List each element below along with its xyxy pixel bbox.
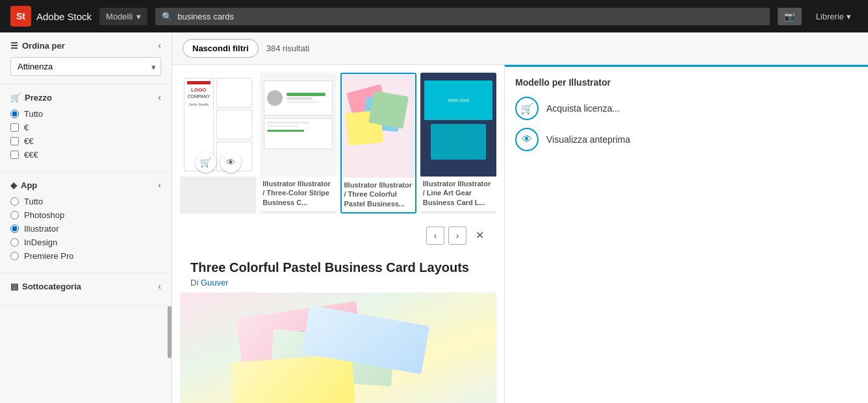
chevron-down-icon: ▾	[847, 12, 851, 21]
search-input[interactable]	[177, 12, 763, 21]
app-radio-indesign[interactable]	[10, 238, 19, 247]
content-area: Nascondi filtri 384 risultati LOGO	[172, 32, 868, 403]
thumb-caption-4: Illustrator Illustrator / Line Art Gear …	[420, 177, 496, 211]
header: St Adobe Stock Modelli ▾ 🔍 📷 Librerie ▾	[0, 0, 868, 32]
price-title: 🛒 Prezzo	[10, 93, 52, 103]
price-label-1: €	[24, 123, 29, 132]
add-to-cart-button-1[interactable]: 🛒	[196, 152, 216, 173]
subcategory-title: ▤ Sottocategoria	[10, 282, 81, 291]
sidebar-scrollbar-track	[168, 306, 172, 319]
search-bar: 🔍	[155, 8, 769, 25]
filter-bar: Nascondi filtri 384 risultati	[172, 32, 868, 65]
app-title: ◈ App	[10, 180, 37, 190]
price-option-1: €	[10, 123, 161, 132]
app-option-all: Tutto	[10, 197, 161, 206]
subcategory-icon: ▤	[10, 282, 18, 291]
cart-icon: 🛒	[515, 97, 539, 120]
thumbnail-item-3[interactable]: Illustrator Illustrator / Three Colorful…	[340, 73, 416, 214]
thumb-type-3: Illustrator	[344, 181, 377, 189]
price-header: 🛒 Prezzo ‹	[10, 92, 161, 103]
subcategory-header: ▤ Sottocategoria ‹	[10, 281, 161, 291]
adobe-stock-logo: St	[10, 6, 31, 27]
app-option-premiere: Premiere Pro	[10, 251, 161, 261]
app-section: ◈ App ‹ Tutto Photoshop Illustrator InDe…	[0, 172, 172, 273]
detail-app-label: Modello per Illustrator	[515, 77, 858, 88]
app-header: ◈ App ‹	[10, 180, 161, 190]
eye-icon: 👁	[515, 128, 539, 151]
navigation-arrows: ‹ › ✕	[180, 224, 496, 250]
thumb-caption-2: Illustrator Illustrator / Three-Color St…	[260, 177, 336, 211]
detail-title: Three Colorful Pastel Business Card Layo…	[190, 260, 486, 275]
price-radio-all[interactable]	[10, 110, 19, 118]
hide-filters-button[interactable]: Nascondi filtri	[183, 39, 259, 58]
app-radio-illustrator[interactable]	[10, 225, 19, 233]
detail-actions: Modello per Illustrator 🛒 Acquista licen…	[505, 65, 868, 169]
app-radio-photoshop[interactable]	[10, 211, 19, 219]
thumbnail-item-1[interactable]: LOGO COMPANY John Smith	[180, 73, 256, 214]
thumbnails-panel: LOGO COMPANY John Smith	[172, 65, 504, 403]
thumbnail-grid: LOGO COMPANY John Smith	[180, 73, 496, 214]
sort-section: ☰ Ordina per ‹ Attinenza	[0, 32, 172, 84]
sidebar-scrollbar-thumb[interactable]	[168, 306, 172, 358]
author-prefix: Di	[190, 278, 198, 287]
chevron-down-icon: ▾	[136, 12, 141, 21]
price-label-all: Tutto	[24, 109, 43, 119]
bc-preview-3	[343, 79, 413, 173]
thumbnail-item-4[interactable]: John Doe Illustrator Illustrator / Line …	[420, 73, 496, 214]
bc-preview-2	[264, 80, 333, 169]
price-checkbox-1[interactable]	[10, 123, 19, 132]
model-label: Modelli	[106, 12, 133, 21]
thumbnail-item-2[interactable]: Illustrator Illustrator / Three-Color St…	[260, 73, 336, 214]
app-label-premiere: Premiere Pro	[24, 251, 74, 261]
thumb-image-2	[260, 73, 336, 177]
price-checkbox-3[interactable]	[10, 151, 19, 159]
app-option-indesign: InDesign	[10, 238, 161, 247]
sort-dropdown[interactable]: Attinenza	[10, 57, 161, 76]
app-radio-premiere[interactable]	[10, 252, 19, 260]
app-label-illustrator: Illustrator	[24, 224, 58, 234]
price-icon: 🛒	[10, 93, 21, 103]
camera-icon: 📷	[784, 12, 795, 21]
thumb-image-4: John Doe	[420, 73, 496, 177]
detail-image-content: Marry Smith	[227, 303, 449, 403]
subcategory-collapse-btn[interactable]: ‹	[158, 281, 161, 291]
action-label-preview: Visualizza anteprima	[546, 134, 630, 145]
library-label: Librerie	[816, 12, 844, 21]
logo-area: St Adobe Stock	[10, 6, 92, 27]
price-checkbox-2[interactable]	[10, 137, 19, 145]
thumb-type-4: Illustrator	[423, 180, 456, 188]
app-label-photoshop: Photoshop	[24, 210, 64, 220]
price-option-2: €€	[10, 136, 161, 146]
detail-author: Di Guuver	[190, 278, 486, 287]
app-collapse-btn[interactable]: ‹	[158, 180, 161, 190]
main-layout: ☰ Ordina per ‹ Attinenza 🛒 Prezzo ‹	[0, 32, 868, 403]
action-item-purchase: 🛒 Acquista licenza...	[515, 97, 858, 120]
sort-icon: ☰	[10, 41, 18, 51]
author-link[interactable]: Guuver	[201, 278, 229, 287]
price-collapse-btn[interactable]: ‹	[158, 92, 161, 103]
thumb-type-2: Illustrator	[262, 180, 296, 188]
search-icon: 🔍	[162, 12, 172, 21]
model-dropdown[interactable]: Modelli ▾	[99, 8, 147, 25]
price-option-all: Tutto	[10, 109, 161, 119]
app-radio-all[interactable]	[10, 197, 19, 206]
camera-button[interactable]: 📷	[778, 8, 802, 25]
price-label-3: €€€	[24, 150, 38, 160]
thumb-image-3	[342, 74, 415, 178]
prev-arrow-button[interactable]: ‹	[426, 226, 444, 245]
subcategory-section: ▤ Sottocategoria ‹	[0, 273, 172, 306]
preview-button-1[interactable]: 👁	[220, 152, 241, 173]
results-count: 384 risultati	[266, 43, 309, 53]
sort-header: ☰ Ordina per ‹	[10, 40, 161, 51]
app-name: Adobe Stock	[36, 11, 92, 22]
detail-image: Marry Smith	[180, 293, 496, 403]
close-button[interactable]: ✕	[470, 226, 489, 245]
app-icon: ◈	[10, 180, 17, 190]
next-arrow-button[interactable]: ›	[448, 226, 466, 245]
detail-panel: Modello per Illustrator 🛒 Acquista licen…	[504, 65, 868, 403]
sort-collapse-btn[interactable]: ‹	[158, 40, 161, 51]
sort-dropdown-wrapper: Attinenza	[10, 57, 161, 76]
thumb-overlay-1: 🛒 👁	[196, 152, 241, 173]
library-button[interactable]: Librerie ▾	[810, 8, 858, 25]
content-body: LOGO COMPANY John Smith	[172, 65, 868, 403]
